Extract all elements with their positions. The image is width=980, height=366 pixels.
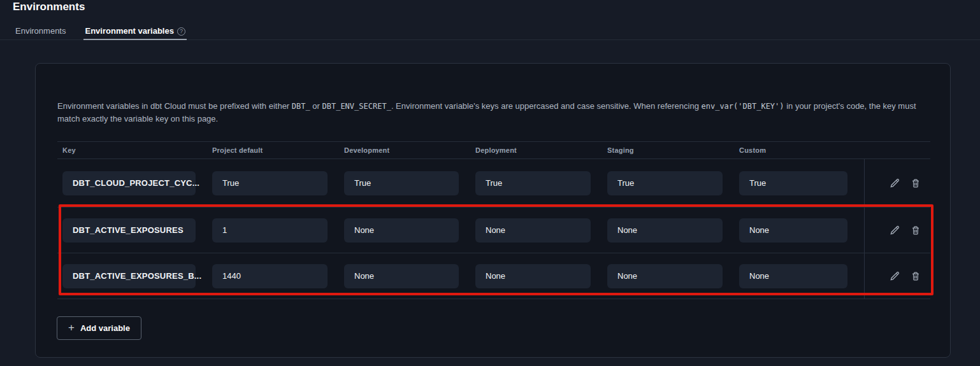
- tab-label: Environment variables: [85, 26, 173, 36]
- variable-value-custom: None: [739, 218, 847, 243]
- tab-environment-variables[interactable]: Environment variables?: [83, 25, 186, 39]
- delete-icon[interactable]: [909, 177, 922, 190]
- row-actions: [864, 208, 930, 253]
- description-text: . Environment variable's keys are upperc…: [391, 101, 702, 111]
- code-env-var-reference: env_var('DBT_KEY'): [702, 102, 784, 111]
- tab-bar: Environments Environment variables?: [0, 25, 980, 40]
- table-row: DBT_CLOUD_PROJECT_CYC... True True True …: [57, 159, 930, 208]
- variable-value-staging: None: [607, 218, 723, 243]
- env-var-table: Key Project default Development Deployme…: [57, 141, 930, 299]
- variable-key: DBT_CLOUD_PROJECT_CYC...: [62, 171, 196, 195]
- add-variable-button[interactable]: + Add variable: [57, 316, 141, 340]
- variable-value-development: None: [344, 264, 459, 288]
- variable-value-project-default: 1: [212, 218, 328, 243]
- variable-value-development: True: [344, 171, 459, 195]
- page-title: Environments: [13, 1, 85, 13]
- table-header-row: Key Project default Development Deployme…: [57, 141, 930, 159]
- column-header-development: Development: [344, 142, 475, 158]
- column-header-deployment: Deployment: [475, 142, 607, 158]
- description-text: Environment variables in dbt Cloud must …: [57, 101, 292, 111]
- delete-icon[interactable]: [909, 270, 922, 283]
- variable-value-deployment: True: [475, 171, 591, 195]
- variable-value-custom: None: [739, 264, 847, 288]
- column-header-staging: Staging: [607, 142, 739, 158]
- column-header-project-default: Project default: [212, 142, 344, 158]
- column-header-key: Key: [57, 142, 212, 158]
- variable-value-staging: True: [607, 171, 723, 195]
- variable-value-project-default: True: [212, 171, 328, 195]
- column-header-custom: Custom: [739, 142, 864, 158]
- variable-value-project-default: 1440: [212, 264, 328, 288]
- variable-key: DBT_ACTIVE_EXPOSURES_B...: [62, 264, 196, 288]
- code-dbt-prefix: DBT_: [292, 102, 310, 111]
- help-icon[interactable]: ?: [177, 27, 185, 36]
- variable-value-deployment: None: [475, 264, 591, 288]
- variable-value-deployment: None: [475, 218, 591, 243]
- table-row: DBT_ACTIVE_EXPOSURES 1 None None None No…: [57, 208, 930, 253]
- table-row: DBT_ACTIVE_EXPOSURES_B... 1440 None None…: [57, 253, 930, 299]
- row-actions: [864, 159, 930, 207]
- variable-value-custom: True: [739, 171, 847, 195]
- tab-environments[interactable]: Environments: [14, 25, 67, 39]
- variable-value-development: None: [344, 218, 459, 243]
- delete-icon[interactable]: [909, 224, 922, 237]
- edit-icon[interactable]: [888, 177, 901, 190]
- environments-page: Environments Environments Environment va…: [0, 0, 980, 366]
- add-variable-label: Add variable: [80, 323, 130, 333]
- description: Environment variables in dbt Cloud must …: [57, 100, 933, 125]
- variable-key: DBT_ACTIVE_EXPOSURES: [62, 218, 196, 243]
- code-dbt-env-secret-prefix: DBT_ENV_SECRET_: [322, 102, 391, 111]
- plus-icon: +: [68, 321, 75, 334]
- variable-value-staging: None: [607, 264, 723, 288]
- edit-icon[interactable]: [888, 224, 901, 237]
- row-actions: [864, 253, 930, 299]
- column-header-actions: [864, 142, 930, 158]
- environment-variables-panel: Environment variables in dbt Cloud must …: [35, 63, 951, 358]
- edit-icon[interactable]: [888, 270, 901, 283]
- description-text: or: [310, 101, 322, 111]
